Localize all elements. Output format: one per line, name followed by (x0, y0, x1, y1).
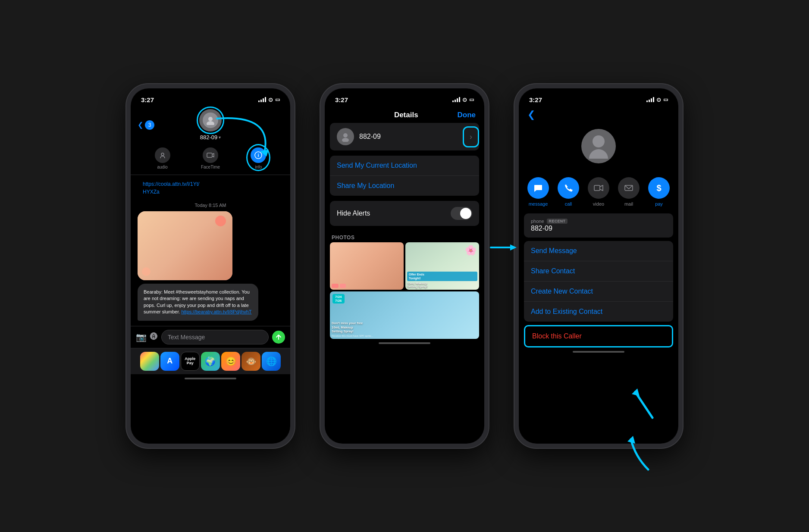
phone-number: 882-09 (531, 225, 666, 232)
messages-nav: ❮ 3 (131, 107, 290, 144)
signal-bars-2 (452, 97, 460, 102)
contact-avatar-big (581, 129, 616, 163)
recent-badge: RECENT (547, 219, 568, 224)
decoration-circle-2 (142, 267, 151, 276)
battery-icon-3: ▭ (663, 97, 668, 103)
photo-1[interactable] (330, 242, 404, 290)
pay-action[interactable]: $ pay (648, 177, 670, 207)
svg-rect-3 (207, 153, 212, 157)
back-button[interactable]: ❮ 3 (138, 120, 154, 130)
video-action-label: video (593, 201, 604, 207)
contact-back[interactable]: ❮ (519, 107, 678, 122)
send-button[interactable] (272, 331, 285, 344)
info-highlight-circle (246, 144, 270, 171)
video-action[interactable]: video (588, 177, 609, 207)
photo-2[interactable]: 🌸 Offer EndsTonight! 10mL MakeupSetting … (405, 242, 479, 290)
wifi-icon-1: ⊙ (268, 97, 273, 103)
phone2-notch (376, 88, 433, 100)
send-location-row[interactable]: Send My Current Location (330, 156, 479, 176)
avatar-highlight-circle (197, 106, 224, 134)
call-action[interactable]: call (558, 177, 579, 207)
audio-button[interactable]: audio (155, 147, 170, 169)
facetime-label: FaceTime (201, 165, 220, 169)
status-icons-1: ⊙ ▭ (258, 97, 280, 103)
globe-app[interactable]: 🌐 (262, 352, 281, 371)
camera-icon[interactable]: 📷 (136, 332, 147, 342)
svg-point-2 (161, 153, 164, 156)
signal-bar-2 (260, 100, 262, 102)
phones-wrapper: 3:27 ⊙ ▭ ❮ (126, 84, 683, 448)
s1 (452, 100, 454, 102)
applepay-app[interactable]: ApplePay (181, 352, 200, 371)
hide-alerts-row: Hide Alerts (330, 201, 479, 226)
pay-action-label: pay (655, 201, 663, 207)
avatar-head (593, 135, 605, 147)
contact-detail-row[interactable]: 882-09 › (330, 123, 479, 150)
signal-bar-4 (265, 97, 266, 102)
link-in-bubble[interactable]: https://bearaby.attn.tv/l/8Pd/jhvhT (181, 309, 251, 314)
signal-bar-3 (263, 98, 264, 102)
avatar-body (589, 149, 608, 159)
photos-section: PHOTOS 🌸 (325, 231, 484, 339)
message-action-icon (527, 177, 549, 199)
hide-alerts-toggle[interactable] (451, 207, 472, 220)
sb1 (646, 100, 648, 102)
details-contact-name: 882-09 (359, 133, 470, 141)
memoji-app[interactable]: 😊 (221, 352, 240, 371)
contact-name[interactable]: 882-09 ▾ (200, 134, 221, 141)
message-action[interactable]: message (527, 177, 549, 207)
share-location-row[interactable]: Share My Location (330, 176, 479, 196)
signal-bar-1 (258, 100, 260, 102)
toggle-knob (460, 208, 471, 219)
input-bar: 📷 🅐 Text Message (131, 326, 290, 348)
findmy-app[interactable]: 🌍 (201, 352, 220, 371)
time-3: 3:27 (529, 96, 542, 103)
phone3-container: 3:27 ⊙ ▭ ❮ (514, 84, 683, 448)
done-button[interactable]: Done (458, 111, 476, 119)
monkey-app[interactable]: 🐵 (241, 352, 260, 371)
chevron-highlight (463, 126, 479, 147)
appstore-icon[interactable]: 🅐 (150, 332, 158, 341)
photos-app[interactable] (140, 352, 159, 371)
time-1: 3:27 (141, 96, 154, 103)
svg-marker-12 (632, 388, 640, 396)
add-existing-contact-row[interactable]: Add to Existing Contact (524, 302, 673, 322)
block-caller-row[interactable]: Block this Caller (524, 325, 673, 347)
audio-icon (155, 147, 170, 163)
details-avatar (337, 128, 354, 145)
avatar-area[interactable] (199, 109, 222, 131)
appstore-app[interactable]: A (160, 352, 179, 371)
share-contact-row[interactable]: Share Contact (524, 261, 673, 282)
messages-list: https://coola.attn.tv/l/1Yt/HYXZa Today … (131, 175, 290, 326)
send-message-row[interactable]: Send Message (524, 241, 673, 261)
chevron-left-icon: ❮ (138, 121, 143, 129)
svg-point-7 (343, 133, 348, 138)
facetime-icon (203, 147, 218, 163)
time-2: 3:27 (335, 96, 348, 103)
photo-2-text: Offer EndsTonight! 10mL MakeupSetting Sp… (407, 272, 477, 288)
info-button[interactable]: i info (251, 147, 266, 169)
call-action-icon (558, 177, 579, 199)
photo-3[interactable]: 7/247/26 Don't miss your free10mL Makeup… (330, 291, 479, 339)
video-action-icon (588, 177, 609, 199)
battery-icon-2: ▭ (469, 97, 474, 103)
hide-alerts-label: Hide Alerts (337, 210, 370, 217)
phone1-frame: 3:27 ⊙ ▭ ❮ (126, 84, 295, 448)
phone3-notch (571, 88, 627, 100)
mail-action[interactable]: mail (618, 177, 640, 207)
sb3 (651, 98, 652, 102)
back-count: 3 (145, 120, 154, 130)
contact-actions-row: message call video (519, 177, 678, 213)
block-section-wrapper: Block this Caller (524, 325, 673, 347)
chevron-wrapper: › (470, 132, 472, 141)
create-new-contact-row[interactable]: Create New Contact (524, 282, 673, 302)
message-action-label: message (529, 201, 548, 207)
message-bubble: Bearaby: Meet #thesweetstayhome collecti… (138, 284, 258, 321)
text-input[interactable]: Text Message (161, 330, 269, 344)
photo-1-chips (332, 284, 402, 288)
signal-bars-3 (646, 97, 654, 102)
call-action-label: call (565, 201, 572, 207)
facetime-button[interactable]: FaceTime (201, 147, 220, 169)
date-badge: 7/247/26 (332, 294, 345, 304)
chevron-down-icon: ▾ (219, 135, 221, 140)
